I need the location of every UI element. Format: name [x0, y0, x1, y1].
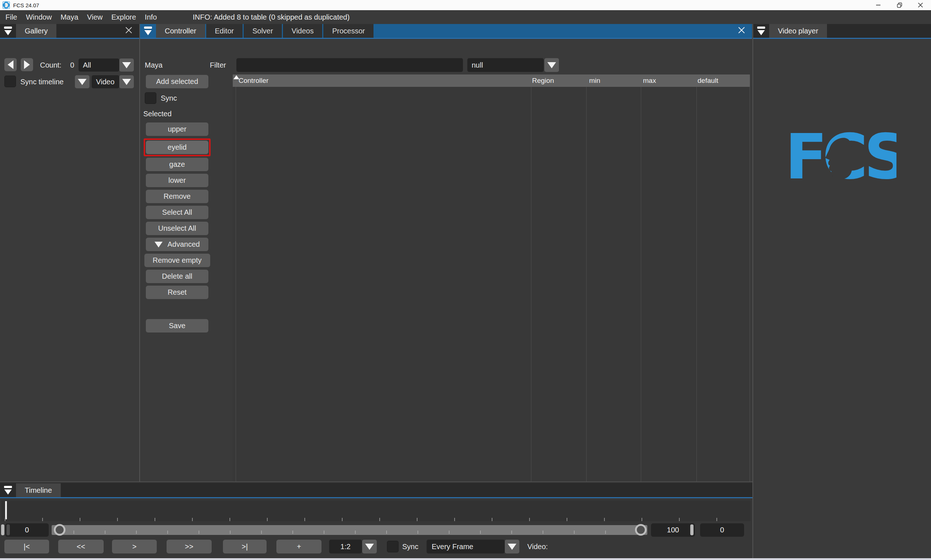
go-to-end-button[interactable]: >| — [223, 540, 267, 554]
timeline-sync-label: Sync — [402, 540, 418, 554]
step-back-button[interactable]: << — [58, 540, 104, 554]
application-window: FCS 24.07 File Window Maya View Explore … — [0, 0, 931, 560]
minimize-button[interactable] — [868, 0, 889, 10]
transport-controls: |< << > >> >| + 1:2 Sync Every Frame Vid… — [0, 540, 752, 554]
tab-gallery[interactable]: Gallery — [16, 24, 56, 38]
panel-divider[interactable] — [752, 24, 753, 560]
advanced-button[interactable]: Advanced — [146, 238, 208, 251]
close-button[interactable] — [910, 0, 931, 10]
sync-label: Sync — [161, 94, 177, 103]
unselect-all-button[interactable]: Unselect All — [146, 222, 208, 235]
reset-button[interactable]: Reset — [146, 286, 208, 299]
range-end-field[interactable]: 100 — [651, 523, 695, 537]
menu-item-window[interactable]: Window — [22, 13, 56, 22]
step-ratio-dropdown-button[interactable] — [362, 540, 377, 554]
table-body[interactable] — [233, 87, 750, 482]
play-button[interactable]: > — [112, 540, 157, 554]
range-start-spinner-handle[interactable] — [6, 525, 10, 535]
sync-timeline-checkbox[interactable] — [5, 75, 16, 87]
menu-item-info[interactable]: Info — [140, 13, 161, 22]
tab-editor[interactable]: Editor — [206, 24, 243, 38]
gallery-content: Count: 0 All Sync timeline Video — [0, 40, 139, 482]
video-source-dropdown-button[interactable] — [119, 75, 134, 88]
tab-video-player[interactable]: Video player — [769, 24, 827, 38]
timeline-tab-bar: Timeline — [0, 483, 752, 498]
playback-mode-dropdown-button[interactable] — [505, 540, 519, 554]
menu-item-file[interactable]: File — [0, 13, 22, 22]
panel-divider[interactable] — [139, 24, 140, 482]
range-slider-end-handle[interactable] — [635, 524, 647, 535]
sync-mode-dropdown-button[interactable] — [75, 75, 89, 88]
timeline-scrub-area[interactable] — [2, 500, 751, 521]
delete-all-button[interactable]: Delete all — [146, 270, 208, 283]
step-forward-button[interactable]: >> — [166, 540, 212, 554]
column-header-controller[interactable]: Controller — [239, 74, 268, 87]
range-slider-ticks — [74, 531, 633, 534]
controller-collapse-icon[interactable] — [143, 25, 154, 36]
previous-button[interactable] — [5, 58, 17, 71]
count-label: Count: — [40, 58, 62, 72]
filter-input[interactable] — [236, 58, 463, 72]
restore-button[interactable] — [889, 0, 910, 10]
go-to-start-button[interactable]: |< — [5, 540, 49, 554]
range-end-spinner-handle[interactable] — [690, 525, 694, 535]
column-header-default[interactable]: default — [698, 74, 718, 87]
table-column-divider — [236, 87, 236, 482]
step-ratio-select[interactable]: 1:2 — [329, 540, 362, 554]
selection-button-eyelid[interactable]: eyelid — [146, 141, 208, 154]
table-header: Controller Region min max default — [233, 74, 750, 87]
eyelid-highlight-box: eyelid — [143, 138, 211, 156]
menu-item-view[interactable]: View — [83, 13, 107, 22]
column-header-min[interactable]: min — [589, 74, 600, 87]
range-scrollbar-left-handle[interactable] — [1, 525, 5, 535]
selection-button-lower[interactable]: lower — [146, 174, 208, 187]
gallery-filter-dropdown-button[interactable] — [119, 58, 134, 72]
gallery-collapse-icon[interactable] — [3, 25, 14, 36]
next-button[interactable] — [21, 58, 33, 71]
menu-item-explore[interactable]: Explore — [107, 13, 140, 22]
tab-processor[interactable]: Processor — [323, 24, 373, 38]
window-title: FCS 24.07 — [13, 2, 39, 8]
playhead-cursor[interactable] — [5, 501, 7, 519]
save-button[interactable]: Save — [146, 319, 208, 332]
video-source-select[interactable]: Video — [92, 75, 119, 88]
chevron-down-icon — [122, 79, 131, 85]
video-player-collapse-icon[interactable] — [756, 25, 767, 36]
filter-label: Filter — [210, 58, 226, 72]
tab-controller[interactable]: Controller — [156, 24, 205, 38]
status-message: INFO: Added 8 to table (0 skipped as dup… — [193, 10, 350, 24]
timeline-sync-checkbox[interactable] — [387, 541, 399, 552]
range-start-field[interactable]: 0 — [5, 523, 49, 537]
table-column-divider — [697, 87, 697, 482]
table-column-divider — [586, 87, 587, 482]
selection-button-upper[interactable]: upper — [146, 123, 208, 136]
menu-item-maya[interactable]: Maya — [56, 13, 83, 22]
controller-button-column: Add selected Sync Selected upper eyelid … — [143, 75, 212, 335]
remove-button[interactable]: Remove — [146, 190, 208, 203]
sync-checkbox[interactable] — [145, 92, 156, 104]
timeline-collapse-icon[interactable] — [3, 485, 14, 496]
remove-empty-button[interactable]: Remove empty — [144, 254, 210, 267]
add-key-button[interactable]: + — [276, 540, 322, 554]
controller-table: Controller Region min max default — [233, 74, 750, 482]
add-selected-button[interactable]: Add selected — [146, 75, 208, 88]
current-frame-field[interactable]: 0 — [700, 523, 744, 537]
range-slider-start-handle[interactable] — [54, 524, 65, 535]
select-all-button[interactable]: Select All — [146, 206, 208, 219]
column-header-max[interactable]: max — [643, 74, 656, 87]
column-header-region[interactable]: Region — [532, 74, 554, 87]
preset-select[interactable]: null — [467, 58, 544, 72]
tab-timeline[interactable]: Timeline — [16, 483, 61, 497]
gallery-filter-select[interactable]: All — [79, 58, 119, 72]
controller-content: Maya Filter null Add selected Sync Selec… — [140, 40, 752, 482]
controller-close-button[interactable] — [735, 24, 748, 36]
window-controls — [868, 0, 931, 10]
preset-dropdown-button[interactable] — [544, 58, 559, 72]
gallery-close-button[interactable] — [123, 24, 135, 36]
playback-mode-select[interactable]: Every Frame — [427, 540, 505, 554]
tab-videos[interactable]: Videos — [283, 24, 322, 38]
selection-button-gaze[interactable]: gaze — [146, 158, 208, 171]
tab-solver[interactable]: Solver — [244, 24, 282, 38]
range-slider-track[interactable] — [52, 525, 647, 535]
taskbar-edge — [0, 558, 931, 560]
